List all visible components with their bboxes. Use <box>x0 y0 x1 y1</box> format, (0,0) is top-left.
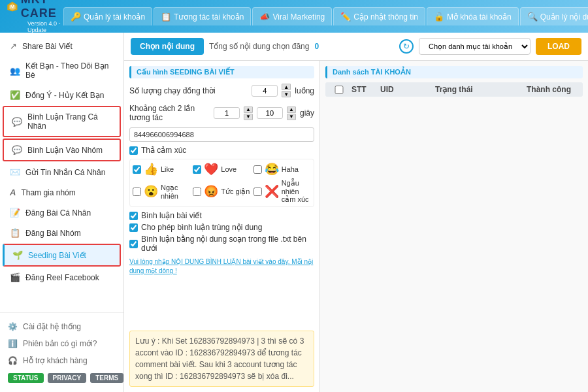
privacy-button[interactable]: PRIVACY <box>48 373 87 383</box>
interval-down1[interactable]: ▼ <box>244 114 253 120</box>
tab-account-mgmt[interactable]: 🔑 Quản lý tài khoản <box>63 7 152 25</box>
message-icon: ✉️ <box>10 167 20 177</box>
choose-content-button[interactable]: Chọn nội dung <box>131 38 204 55</box>
col-stt: STT <box>351 85 378 94</box>
tab-content-mgmt[interactable]: 🔍 Quản lý nội dung <box>520 7 588 25</box>
load-button[interactable]: LOAD <box>536 38 581 55</box>
sidebar-item-post-personal[interactable]: 📝 Đăng Bài Cá Nhân <box>0 203 123 223</box>
haha-emoji: 😂 <box>265 162 279 176</box>
emotion-like-checkbox[interactable] <box>133 165 141 174</box>
sidebar-item-comment-group[interactable]: 💬 Bình Luận Vào Nhóm <box>3 139 121 161</box>
concurrent-down[interactable]: ▼ <box>282 91 291 97</box>
emotion-wow[interactable]: 😮 Ngạc nhiên <box>133 179 190 204</box>
emotion-angry-checkbox[interactable] <box>193 188 201 196</box>
sidebar-settings[interactable]: ⚙️ Cài đặt hệ thống <box>0 318 123 335</box>
sidebar-item-post-reel[interactable]: 🎬 Đăng Reel Facebook <box>0 267 123 287</box>
support-icon: 🎧 <box>8 356 18 365</box>
refresh-icon[interactable]: ↻ <box>399 39 414 54</box>
key-icon: 🔑 <box>71 12 81 22</box>
interval-unit: giây <box>300 108 314 118</box>
logo-text: MKT CARE <box>21 0 63 20</box>
wow-emoji: 😮 <box>144 184 158 199</box>
sidebar-support[interactable]: 🎧 Hỗ trợ khách hàng <box>0 352 123 369</box>
left-panel: Cấu hình SEEDING BÀI VIẾT Số lượng chạy … <box>124 61 320 392</box>
comment-options: Bình luận bài viết Cho phép bình luận tr… <box>129 211 314 253</box>
col-uid: UID <box>380 85 433 94</box>
comment-checkbox[interactable] <box>129 212 138 220</box>
interval-up1[interactable]: ▲ <box>244 106 253 113</box>
comment-file-label: Bình luận bằng nội dung soạn trong file … <box>141 235 314 253</box>
sidebar-item-accept-friend[interactable]: ✅ Đồng Ý - Hủy Kết Bạn <box>0 85 123 105</box>
interval-label: Khoảng cách 2 lần tương tác <box>129 104 210 122</box>
col-success: Thành công <box>527 85 579 94</box>
emotion-sad[interactable]: ❌ Ngẫu nhiên cảm xúc <box>253 179 311 204</box>
config-section-title: Cấu hình SEEDING BÀI VIẾT <box>129 66 314 78</box>
terms-button[interactable]: TERMS <box>90 373 123 383</box>
sidebar-version[interactable]: ℹ️ Phiên bản có gì mới? <box>0 335 123 352</box>
friends-icon: 👥 <box>10 66 20 76</box>
post-group-icon: 📋 <box>10 228 20 238</box>
status-button[interactable]: STATUS <box>8 373 44 383</box>
search-icon: 🔍 <box>527 12 538 22</box>
emoji-grid: 👍 Like ❤️ Love 😂 Haha <box>129 159 314 207</box>
concurrent-up[interactable]: ▲ <box>282 84 291 90</box>
sidebar-item-seeding[interactable]: 🌱 Seeding Bài Viết <box>3 244 121 267</box>
sidebar-item-share-post[interactable]: ↗ Share Bài Viết <box>0 36 123 56</box>
interval-up2[interactable]: ▲ <box>287 106 296 113</box>
settings-icon: ⚙️ <box>8 322 18 331</box>
emotion-label: Thả cảm xúc <box>141 146 186 155</box>
interval-input2[interactable] <box>257 107 283 119</box>
angry-label: Tức giận <box>221 188 250 196</box>
emotion-checkbox[interactable] <box>129 146 138 155</box>
uid-input[interactable] <box>129 127 314 142</box>
emotion-haha[interactable]: 😂 Haha <box>253 162 311 176</box>
comment-label: Bình luận bài viết <box>141 211 202 220</box>
status-bar: STATUS PRIVACY TERMS <box>0 369 123 387</box>
svg-text:M: M <box>10 4 14 10</box>
emotion-checkbox-row: Thả cảm xúc <box>129 146 314 155</box>
comment-checkbox-row: Bình luận bài viết <box>129 211 314 220</box>
main-layout: ↗ Share Bài Viết 👥 Kết Bạn - Theo Dõi Bạ… <box>0 33 588 392</box>
haha-label: Haha <box>282 165 299 173</box>
emotion-love-checkbox[interactable] <box>193 165 201 174</box>
emotion-angry[interactable]: 😡 Tức giận <box>193 179 250 204</box>
total-count: 0 <box>314 42 319 51</box>
select-all-checkbox[interactable] <box>329 86 349 94</box>
concurrent-input[interactable] <box>252 85 278 97</box>
emotion-wow-checkbox[interactable] <box>133 188 141 196</box>
emotion-love[interactable]: ❤️ Love <box>193 162 250 176</box>
interval-input1[interactable] <box>214 107 240 119</box>
emotion-sad-checkbox[interactable] <box>253 188 262 196</box>
sidebar-item-join-group[interactable]: A Tham gia nhóm <box>0 182 123 203</box>
nav-tabs: 🔑 Quản lý tài khoản 📋 Tương tác tài khoả… <box>63 7 588 25</box>
join-icon: A <box>10 188 16 197</box>
tab-update-info[interactable]: ✏️ Cập nhật thông tin <box>333 7 425 25</box>
toolbar: Chọn nội dung Tổng số nội dung chọn đăng… <box>124 33 588 61</box>
sidebar-item-post-group[interactable]: 📋 Đăng Bài Nhóm <box>0 223 123 243</box>
interval-down2[interactable]: ▼ <box>287 114 296 120</box>
concurrent-spinner: ▲ ▼ <box>282 84 291 97</box>
header: M MKT CARE Version 4.0 - Update 10.5.202… <box>0 0 588 33</box>
tab-unlock-account[interactable]: 🔓 Mở khóa tài khoản <box>427 7 519 25</box>
tab-account-interact[interactable]: 📋 Tương tác tài khoản <box>154 7 251 25</box>
interval-spinner1: ▲ ▼ <box>244 106 253 120</box>
comment-link[interactable]: Vui lòng nhập NỘI DUNG BÌNH LUẬN bài viế… <box>129 257 314 275</box>
angry-emoji: 😡 <box>204 184 218 199</box>
sidebar-item-add-friend[interactable]: 👥 Kết Bạn - Theo Dõi Bạn Bè <box>0 56 123 85</box>
content-area: Chọn nội dung Tổng số nội dung chọn đăng… <box>124 33 588 392</box>
emotion-haha-checkbox[interactable] <box>253 165 262 174</box>
emotion-like[interactable]: 👍 Like <box>133 162 190 176</box>
unlock-icon: 🔓 <box>434 12 444 22</box>
comment-file-checkbox[interactable] <box>129 240 138 248</box>
sidebar-item-comment-profile[interactable]: 💬 Bình Luận Trang Cá Nhân <box>3 106 121 137</box>
concurrent-label: Số lượng chạy đồng thời <box>129 86 248 95</box>
account-category-dropdown[interactable]: Chọn danh mục tài khoản <box>419 38 531 55</box>
warning-box: Lưu ý : Khi Set 162836792894973 | 3 thì … <box>129 331 314 387</box>
concurrent-unit: luồng <box>295 86 314 95</box>
tab-viral-marketing[interactable]: 📣 Viral Marketing <box>252 7 332 25</box>
wow-label: Ngạc nhiên <box>161 184 190 200</box>
panels: Cấu hình SEEDING BÀI VIẾT Số lượng chạy … <box>124 61 588 392</box>
sidebar-item-send-message[interactable]: ✉️ Gửi Tin Nhắn Cá Nhân <box>0 162 123 182</box>
allow-dup-checkbox[interactable] <box>129 223 138 232</box>
right-panel: Danh sách TÀI KHOẢN STT UID Trạng thái T… <box>320 61 588 392</box>
